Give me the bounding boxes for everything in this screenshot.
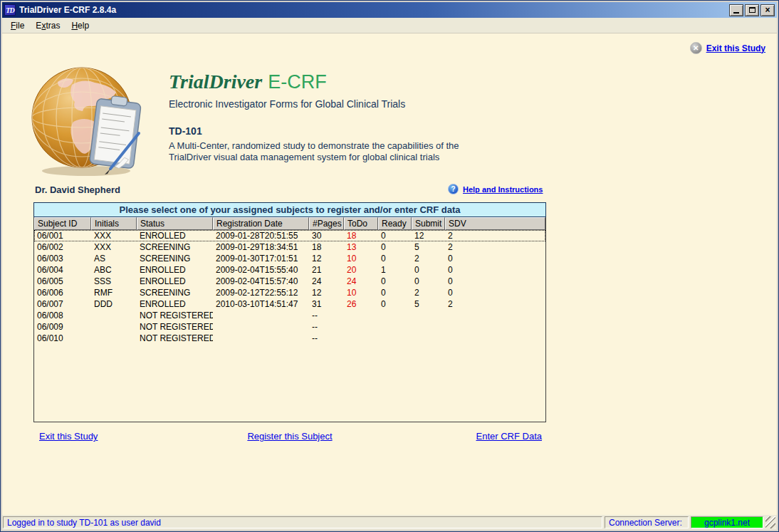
cell-sdv: 0: [445, 265, 545, 275]
cell-sdv: 0: [445, 276, 545, 286]
cell-submit: 0: [412, 265, 445, 275]
subject-row-06-008[interactable]: 06/008NOT REGISTERED--: [34, 310, 545, 321]
close-icon: ×: [765, 6, 770, 14]
connection-server-label: Connection Server:: [605, 516, 689, 528]
cell-subject-id: 06/009: [34, 322, 91, 332]
subject-row-06-007[interactable]: 06/007DDDENROLLED2010-03-10T14:51:473126…: [34, 298, 545, 310]
column-header-todo[interactable]: ToDo: [344, 217, 378, 230]
column-header-registration-date[interactable]: Registration Date: [213, 217, 309, 230]
cell-ready: 0: [378, 276, 412, 286]
subject-table: Please select one of your assigned subje…: [33, 202, 546, 422]
brand-tagline: Electronic Investigator Forms for Global…: [169, 98, 498, 110]
cell-ready: 1: [378, 265, 412, 275]
column-header-status[interactable]: Status: [137, 217, 213, 230]
subject-row-06-003[interactable]: 06/003ASSCREENING2009-01-30T17:01:511210…: [34, 253, 545, 264]
cell--pages: --: [309, 322, 344, 332]
cell-todo: 10: [344, 288, 378, 298]
minimize-icon: [733, 12, 739, 14]
cell-registration-date: 2010-03-10T14:51:47: [213, 299, 309, 309]
subject-row-06-009[interactable]: 06/009NOT REGISTERED--: [34, 321, 545, 333]
exit-study-top-label[interactable]: Exit this Study: [706, 43, 765, 53]
cell-submit: 5: [412, 299, 445, 309]
subject-row-06-006[interactable]: 06/006RMFSCREENING2009-02-12T22:55:12121…: [34, 287, 545, 298]
cell-submit: 5: [412, 242, 445, 252]
subject-row-06-004[interactable]: 06/004ABCENROLLED2009-02-04T15:55:402120…: [34, 264, 545, 276]
exit-study-bottom-link[interactable]: Exit this Study: [39, 431, 98, 442]
menu-file[interactable]: File: [5, 19, 30, 32]
cell--pages: 21: [309, 265, 344, 275]
column-header-subject-id[interactable]: Subject ID: [34, 217, 91, 230]
cell-registration-date: 2009-01-30T17:01:51: [213, 254, 309, 264]
cell-sdv: 0: [445, 288, 545, 298]
app-window: TD TrialDriver E-CRF 2.8.4a × FileExtras…: [0, 0, 779, 532]
cell-todo: 18: [344, 231, 378, 241]
subject-row-06-005[interactable]: 06/005SSSENROLLED2009-02-04T15:57:402424…: [34, 276, 545, 287]
cell-submit: 12: [412, 231, 445, 241]
column-header-sdv[interactable]: SDV: [445, 217, 545, 230]
minimize-button[interactable]: [729, 4, 743, 16]
resize-grip-icon[interactable]: [765, 516, 775, 528]
cell-subject-id: 06/003: [34, 254, 91, 264]
cell-subject-id: 06/002: [34, 242, 91, 252]
cell-status: SCREENING: [137, 288, 213, 298]
cell-sdv: 2: [445, 299, 545, 309]
subject-row-06-001[interactable]: 06/001XXXENROLLED2009-01-28T20:51:553018…: [34, 230, 545, 241]
subject-row-06-010[interactable]: 06/010NOT REGISTERED--: [34, 333, 545, 344]
cell-sdv: 0: [445, 254, 545, 264]
cell-initials: SSS: [91, 276, 137, 286]
menu-extras[interactable]: Extras: [30, 19, 66, 32]
cell-ready: 0: [378, 254, 412, 264]
help-instructions-link[interactable]: ? Help and Instructions: [448, 184, 543, 194]
column-header-submit[interactable]: Submit: [412, 217, 445, 230]
cell--pages: 24: [309, 276, 344, 286]
cell-subject-id: 06/001: [34, 231, 91, 241]
help-icon: ?: [448, 184, 459, 194]
subject-row-06-002[interactable]: 06/002XXXSCREENING2009-01-29T18:34:51181…: [34, 241, 545, 253]
cell-subject-id: 06/004: [34, 265, 91, 275]
cell-subject-id: 06/008: [34, 311, 91, 320]
subject-table-body: Subject IDInitialsStatusRegistration Dat…: [33, 217, 546, 422]
footer-links: Exit this Study Register this Subject En…: [33, 431, 546, 445]
cell-submit: 2: [412, 254, 445, 264]
study-description: A Multi-Center, randomized study to demo…: [169, 140, 498, 164]
window-title: TrialDriver E-CRF 2.8.4a: [19, 5, 728, 15]
column-header-initials[interactable]: Initials: [91, 217, 137, 230]
title-bar[interactable]: TD TrialDriver E-CRF 2.8.4a ×: [2, 2, 777, 18]
help-instructions-label[interactable]: Help and Instructions: [463, 185, 543, 194]
column-header-ready[interactable]: Ready: [378, 217, 412, 230]
cell--pages: 30: [309, 231, 344, 241]
maximize-button[interactable]: [745, 4, 759, 16]
cell-registration-date: 2009-01-29T18:34:51: [213, 242, 309, 252]
enter-crf-data-link[interactable]: Enter CRF Data: [476, 431, 542, 442]
cell-status: NOT REGISTERED: [137, 333, 213, 343]
cell-initials: RMF: [91, 288, 137, 298]
cell-initials: DDD: [91, 299, 137, 309]
cell-submit: 0: [412, 276, 445, 286]
cell-ready: 0: [378, 299, 412, 309]
cell-registration-date: 2009-02-04T15:55:40: [213, 265, 309, 275]
cell-ready: 0: [378, 288, 412, 298]
menu-bar: FileExtrasHelp: [2, 18, 777, 33]
main-content: ✕ Exit this Study: [2, 33, 777, 515]
cell-subject-id: 06/010: [34, 333, 91, 343]
column-header--pages[interactable]: #Pages: [309, 217, 344, 230]
close-button[interactable]: ×: [760, 4, 775, 16]
connection-server-value: gcplink1.net: [691, 516, 763, 528]
exit-study-top-link[interactable]: ✕ Exit this Study: [690, 42, 765, 54]
cell-subject-id: 06/005: [34, 276, 91, 286]
cell--pages: 12: [309, 254, 344, 264]
cell-status: ENROLLED: [137, 276, 213, 286]
cell-registration-date: 2009-02-04T15:57:40: [213, 276, 309, 286]
cell--pages: 31: [309, 299, 344, 309]
study-code: TD-101: [169, 125, 498, 137]
app-icon: TD: [4, 4, 16, 16]
menu-help[interactable]: Help: [66, 19, 95, 32]
cell-status: ENROLLED: [137, 299, 213, 309]
cell-status: NOT REGISTERED: [137, 311, 213, 320]
cell--pages: 12: [309, 288, 344, 298]
cell-initials: AS: [91, 254, 137, 264]
cell-registration-date: 2009-02-12T22:55:12: [213, 288, 309, 298]
register-subject-link[interactable]: Register this Subject: [247, 431, 332, 442]
brand-name-sans: E-CRF: [268, 71, 327, 93]
cell-registration-date: 2009-01-28T20:51:55: [213, 231, 309, 241]
